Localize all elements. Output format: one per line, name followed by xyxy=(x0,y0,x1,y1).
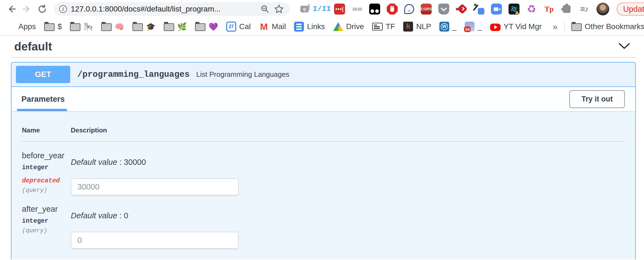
adblock-icon[interactable] xyxy=(387,4,398,15)
folder-icon xyxy=(571,23,582,31)
media-controls-icon[interactable]: ≡♪ xyxy=(579,4,590,15)
bookmark-folder-dollar[interactable]: $ xyxy=(44,22,62,31)
extensions-puzzle-icon[interactable] xyxy=(561,4,572,15)
recycle-extension-icon[interactable]: ♻ xyxy=(526,4,537,15)
3d-glasses-icon[interactable] xyxy=(352,4,363,15)
gmail-icon: M xyxy=(259,22,269,32)
bookmark-wordpress[interactable]: W _ xyxy=(439,22,457,32)
colorzilla-eyedropper-icon[interactable] xyxy=(473,4,484,15)
bookmark-youtube[interactable]: YT Vid Mgr xyxy=(490,22,542,31)
parameter-name: before_year xyxy=(22,151,71,160)
active-tab-indicator xyxy=(17,109,67,111)
bookmark-folder-carousel[interactable]: 🎠 xyxy=(70,22,93,31)
browser-toolbar: i 127.0.0.1:8000/docs#/default/list_prog… xyxy=(0,0,644,18)
description-column-header: Description xyxy=(71,126,625,142)
folder-icon xyxy=(44,23,55,31)
tag-title: default xyxy=(14,40,52,53)
tab-session-icon[interactable]: I/II xyxy=(317,4,327,15)
extensions-strip: q I/II •••| CORS ♻ Tp ≡♪ xyxy=(299,4,590,15)
folder-icon xyxy=(164,23,174,31)
bookmark-folder-herb[interactable]: 🌿 xyxy=(164,22,187,31)
bookmark-folder-purple-heart[interactable]: 💜 xyxy=(195,22,218,31)
links-list-icon xyxy=(294,22,304,32)
zoom-camera-icon[interactable] xyxy=(491,4,502,15)
wordpress-icon: W xyxy=(439,22,449,32)
forward-button[interactable] xyxy=(20,2,33,16)
bookmark-nlp[interactable]: k NLP xyxy=(403,22,431,32)
tag-section-header[interactable]: default xyxy=(11,36,636,58)
parameter-row-before-year: before_year integer deprecated (query) D… xyxy=(22,142,625,195)
default-value-line: Default value : 30000 xyxy=(71,158,625,167)
bookmarks-overflow-chevron[interactable]: » xyxy=(553,22,558,32)
folder-icon xyxy=(70,23,80,31)
parameters-section-header: Parameters Try it out xyxy=(12,87,635,111)
profile-avatar[interactable] xyxy=(596,2,609,16)
bookmark-links[interactable]: Links xyxy=(294,22,325,32)
deprecated-badge: deprecated xyxy=(22,177,71,184)
pocket-icon[interactable] xyxy=(438,4,449,15)
parameter-location: (query) xyxy=(22,187,71,194)
bookmark-34[interactable]: 34 _ xyxy=(465,22,482,32)
before-year-input[interactable] xyxy=(71,178,239,195)
parameters-body: Name Description before_year integer dep… xyxy=(12,111,635,249)
site-info-icon[interactable]: i xyxy=(59,5,67,13)
operation-summary-text: List Programming Languages xyxy=(196,70,289,79)
bookmark-folder-grad-cap[interactable]: 🎓 xyxy=(132,22,156,31)
parameters-table-header: Name Description xyxy=(22,126,625,142)
bookmark-star-icon[interactable] xyxy=(274,4,284,14)
other-bookmarks[interactable]: Other Bookmarks xyxy=(571,22,644,31)
bookmark-tf[interactable]: TF xyxy=(372,22,395,31)
folder-icon xyxy=(132,23,143,31)
url-text[interactable]: 127.0.0.1:8000/docs#/default/list_progra… xyxy=(71,5,256,13)
parameter-type: integer xyxy=(22,164,71,171)
reload-button[interactable] xyxy=(36,2,49,16)
lastpass-icon[interactable]: •••| xyxy=(334,4,345,15)
youtube-icon xyxy=(490,24,501,31)
smile-bubble-icon[interactable] xyxy=(404,4,414,14)
bookmark-apps[interactable]: Apps xyxy=(5,22,36,32)
bookmark-drive[interactable]: Drive xyxy=(333,22,364,31)
dark-mode-extension-icon[interactable] xyxy=(369,4,380,15)
parameter-name-cell: after_year integer (query) xyxy=(22,205,71,249)
bookmarks-right-group: » Other Bookmarks xyxy=(550,21,644,32)
parameter-location: (query) xyxy=(22,227,71,234)
tab-parameters[interactable]: Parameters xyxy=(12,87,70,111)
tp-extension-icon[interactable]: Tp xyxy=(544,4,555,15)
bookmark-calendar[interactable]: 27 Cal xyxy=(226,22,251,32)
keras-icon: k xyxy=(403,22,413,32)
parameter-row-after-year: after_year integer (query) Default value… xyxy=(22,195,625,249)
operation-path[interactable]: /programming_languages xyxy=(77,70,190,79)
folder-icon xyxy=(195,23,205,31)
reload-icon xyxy=(37,4,47,14)
address-bar[interactable]: i 127.0.0.1:8000/docs#/default/list_prog… xyxy=(54,2,290,16)
chat-extension-icon[interactable]: q xyxy=(299,4,310,15)
card-icon xyxy=(372,23,383,30)
badge-34-icon: 34 xyxy=(465,22,474,32)
update-chip[interactable]: Update ⋮ xyxy=(617,2,644,16)
name-column-header: Name xyxy=(22,126,71,142)
apps-grid-icon xyxy=(5,22,15,32)
after-year-input[interactable] xyxy=(71,232,239,249)
parameter-type: integer xyxy=(22,217,71,225)
bookmark-folder-brain[interactable]: 🧠 xyxy=(101,22,124,31)
bookmarks-divider xyxy=(564,21,565,32)
zoom-out-icon[interactable] xyxy=(260,4,270,14)
google-drive-icon xyxy=(333,22,343,31)
react-devtools-icon[interactable] xyxy=(509,4,519,15)
parameter-description-cell: Default value : 30000 xyxy=(71,151,625,195)
try-it-out-button[interactable]: Try it out xyxy=(569,90,625,108)
default-value-line: Default value : 0 xyxy=(71,211,625,220)
swagger-docs-page: default GET /programming_languages List … xyxy=(0,36,644,259)
forward-icon xyxy=(22,4,32,14)
diamond-arrow-icon[interactable] xyxy=(456,4,467,15)
bookmarks-bar: Apps $ 🎠 🧠 🎓 🌿 💜 27 Cal M Mail Links Dri… xyxy=(0,18,644,36)
google-calendar-icon: 27 xyxy=(226,22,236,32)
get-operation-block: GET /programming_languages List Programm… xyxy=(11,62,636,259)
folder-icon xyxy=(101,23,112,31)
operation-summary[interactable]: GET /programming_languages List Programm… xyxy=(12,63,635,87)
cors-extension-icon[interactable]: CORS xyxy=(421,4,432,15)
bookmark-mail[interactable]: M Mail xyxy=(259,22,286,32)
update-label: Update xyxy=(623,5,644,14)
back-button[interactable] xyxy=(5,2,18,16)
collapse-tag-button[interactable] xyxy=(615,41,633,52)
